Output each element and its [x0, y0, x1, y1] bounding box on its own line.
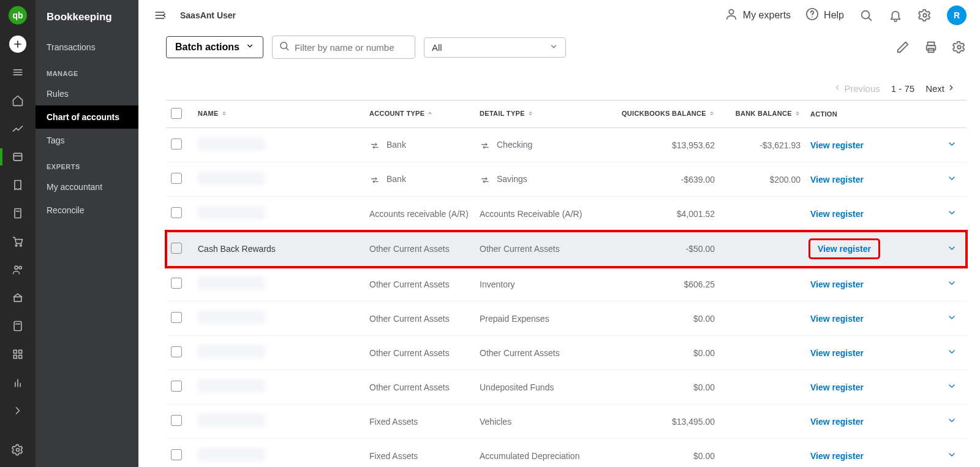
- view-register-link[interactable]: View register: [810, 348, 864, 358]
- people-icon[interactable]: [9, 261, 26, 278]
- account-type: Accounts receivable (A/R): [369, 209, 469, 219]
- view-register-link[interactable]: View register: [810, 451, 864, 461]
- sidebar-item-transactions[interactable]: Transactions: [36, 36, 138, 59]
- gear-icon[interactable]: [918, 8, 932, 23]
- action-dropdown-icon[interactable]: [947, 381, 957, 393]
- invoice-icon[interactable]: [9, 205, 26, 222]
- blurred-name: [198, 448, 265, 461]
- detail-type: Other Current Assets: [480, 244, 560, 254]
- help-link[interactable]: Help: [805, 7, 844, 23]
- action-dropdown-icon[interactable]: [947, 450, 957, 461]
- svg-rect-19: [19, 355, 22, 359]
- action-dropdown-icon[interactable]: [947, 208, 957, 219]
- plus-icon[interactable]: [9, 36, 26, 53]
- account-type: Fixed Assets: [369, 451, 418, 461]
- qb-balance: $0.00: [693, 314, 715, 324]
- receipt-icon[interactable]: [9, 177, 26, 194]
- accounts-table: NAME ACCOUNT TYPE DETAIL TYPE QUICKBOOKS…: [166, 100, 967, 467]
- avatar[interactable]: R: [947, 6, 967, 25]
- sort-up-icon[interactable]: [427, 110, 433, 118]
- help-icon: [805, 7, 819, 23]
- row-checkbox[interactable]: [171, 415, 182, 426]
- select-all-checkbox[interactable]: [171, 108, 182, 119]
- ledger-icon[interactable]: [9, 148, 26, 165]
- qb-balance: $13,953.62: [672, 140, 715, 150]
- my-experts-link[interactable]: My experts: [725, 7, 791, 23]
- apps-icon[interactable]: [9, 346, 26, 363]
- edit-pencil-icon[interactable]: [895, 40, 910, 55]
- icon-rail: qb: [0, 0, 36, 467]
- sidebar-item-chart-of-accounts[interactable]: Chart of accounts: [36, 105, 138, 129]
- print-icon[interactable]: [924, 40, 938, 55]
- view-register-link[interactable]: View register: [810, 382, 864, 392]
- sidebar-item-rules[interactable]: Rules: [36, 82, 138, 105]
- table-settings-gear-icon[interactable]: [952, 40, 967, 55]
- search-icon[interactable]: [859, 8, 873, 23]
- qb-balance: $0.00: [693, 382, 715, 392]
- view-register-link[interactable]: View register: [810, 209, 864, 219]
- batch-actions-button[interactable]: Batch actions: [166, 36, 263, 58]
- chevron-right-icon: [947, 83, 956, 94]
- row-checkbox[interactable]: [171, 139, 182, 150]
- account-type: Other Current Assets: [369, 348, 450, 358]
- blurred-name: [198, 311, 265, 324]
- action-dropdown-icon[interactable]: [947, 416, 957, 427]
- filter-input-wrap[interactable]: [272, 36, 415, 59]
- row-checkbox[interactable]: [171, 449, 182, 460]
- view-register-link[interactable]: View register: [810, 240, 878, 257]
- action-dropdown-icon[interactable]: [947, 313, 957, 324]
- sidebar-heading-manage: MANAGE: [36, 59, 138, 82]
- action-dropdown-icon[interactable]: [947, 173, 957, 185]
- settings-gear-icon[interactable]: [9, 441, 26, 458]
- qb-logo[interactable]: qb: [9, 6, 27, 25]
- transfer-icon: [369, 176, 380, 184]
- row-checkbox[interactable]: [171, 173, 182, 184]
- table-row: Accounts receivable (A/R)Accounts Receiv…: [166, 197, 967, 231]
- row-checkbox[interactable]: [171, 278, 182, 289]
- filter-dropdown[interactable]: All: [424, 37, 566, 58]
- col-detail-type: DETAIL TYPE: [475, 101, 609, 128]
- filter-input[interactable]: [295, 42, 409, 53]
- collapse-sidebar-icon[interactable]: [152, 8, 168, 23]
- row-checkbox[interactable]: [171, 346, 182, 357]
- view-register-link[interactable]: View register: [810, 140, 864, 150]
- sidebar-item-tags[interactable]: Tags: [36, 129, 138, 152]
- bell-icon[interactable]: [888, 8, 903, 23]
- sort-icon[interactable]: [221, 110, 227, 118]
- cart-icon[interactable]: [9, 233, 26, 250]
- action-dropdown-icon[interactable]: [947, 278, 957, 290]
- row-checkbox[interactable]: [171, 312, 182, 323]
- sidebar-item-my-accountant[interactable]: My accountant: [36, 175, 138, 199]
- detail-type: Accounts Receivable (A/R): [480, 209, 582, 219]
- view-register-link[interactable]: View register: [810, 417, 864, 427]
- col-bank-balance: BANK BALANCE: [720, 101, 805, 128]
- pagination-next[interactable]: Next: [925, 83, 956, 94]
- sidebar-item-reconcile[interactable]: Reconcile: [36, 199, 138, 222]
- view-register-link[interactable]: View register: [810, 175, 864, 184]
- blurred-name: [198, 206, 265, 219]
- action-dropdown-icon[interactable]: [947, 347, 957, 359]
- detail-type: Inventory: [480, 279, 515, 289]
- menu-icon[interactable]: [9, 64, 26, 81]
- insights-icon[interactable]: [9, 374, 26, 391]
- bank-balance: -$3,621.93: [760, 140, 801, 150]
- detail-type: Vehicles: [480, 417, 511, 427]
- row-checkbox[interactable]: [171, 207, 182, 218]
- col-name: NAME: [193, 101, 364, 128]
- row-checkbox[interactable]: [171, 381, 182, 392]
- chevron-right-icon[interactable]: [9, 402, 26, 419]
- action-dropdown-icon[interactable]: [947, 139, 957, 151]
- bank-icon[interactable]: [9, 289, 26, 306]
- action-dropdown-icon[interactable]: [947, 243, 957, 255]
- col-account-type: ACCOUNT TYPE: [364, 101, 475, 128]
- blurred-name: [198, 345, 265, 359]
- view-register-link[interactable]: View register: [810, 314, 864, 324]
- home-icon[interactable]: [9, 92, 26, 109]
- view-register-link[interactable]: View register: [810, 279, 864, 289]
- row-checkbox[interactable]: [171, 243, 182, 254]
- sort-icon[interactable]: [794, 110, 801, 118]
- sort-icon[interactable]: [709, 110, 715, 118]
- sort-icon[interactable]: [527, 110, 533, 118]
- chart-icon[interactable]: [9, 120, 26, 137]
- calculator-icon[interactable]: [9, 317, 26, 335]
